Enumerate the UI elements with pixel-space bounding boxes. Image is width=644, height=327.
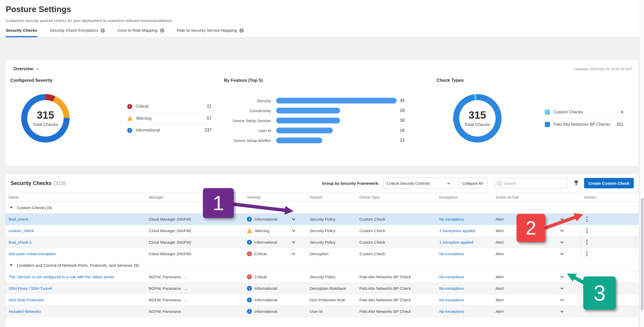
informational-icon: ! bbox=[247, 297, 252, 302]
check-name-link[interactable]: Included Networks bbox=[9, 309, 41, 314]
configured-severity-title: Configured Severity bbox=[10, 78, 220, 83]
table-title: Security Checks bbox=[11, 180, 52, 186]
overview-title: Overview bbox=[13, 66, 33, 72]
create-custom-check-button[interactable]: Create Custom Check bbox=[584, 178, 634, 188]
action-dropdown-chevron[interactable] bbox=[560, 228, 564, 232]
tab-role-to-security-service-mapping[interactable]: Role to Security Service Mappingi bbox=[177, 28, 244, 37]
collapse-all-button[interactable]: Collapse All bbox=[458, 178, 487, 189]
search-input[interactable] bbox=[504, 181, 556, 186]
column-header-severity[interactable]: Severity bbox=[244, 193, 307, 202]
row-actions-kebab-icon[interactable] bbox=[586, 217, 587, 222]
table-row: test-yaxin-create-exceptionCloud Manager… bbox=[5, 248, 639, 260]
informational-icon: ! bbox=[247, 286, 252, 291]
action-on-fail-cell: Alert bbox=[492, 271, 581, 282]
check-name-link[interactable]: test-yaxin-create-exception bbox=[9, 252, 56, 256]
filter-icon[interactable] bbox=[573, 180, 579, 186]
row-actions-kebab-icon[interactable] bbox=[586, 240, 587, 245]
action-dropdown-chevron[interactable] bbox=[560, 298, 564, 301]
row-actions-kebab-icon[interactable] bbox=[586, 228, 587, 233]
bar-value-label: 13 bbox=[400, 138, 404, 143]
collapse-group-icon[interactable] bbox=[10, 207, 13, 209]
check-name-link[interactable]: custom_check bbox=[9, 228, 34, 233]
manager-text: Cloud Manager (NGFW) bbox=[149, 240, 191, 244]
bar bbox=[276, 98, 397, 103]
column-header-name[interactable]: Name bbox=[5, 193, 146, 202]
action-dropdown-chevron[interactable] bbox=[560, 286, 564, 290]
action-dropdown-chevron[interactable] bbox=[560, 309, 564, 313]
exceptions-cell: 1 exception applied bbox=[436, 237, 492, 248]
posture-settings-page: Posture Settings Customize security post… bbox=[0, 0, 644, 327]
check-name-link[interactable]: final_check-1 bbox=[9, 240, 32, 244]
feature-cell: Security Policy bbox=[307, 225, 356, 236]
check-name-link[interactable]: SSH Proxy / SSH Tunnel bbox=[9, 286, 52, 291]
name-cell: SSH Proxy / SSH Tunnel bbox=[5, 283, 146, 294]
severity-dropdown-chevron[interactable] bbox=[292, 252, 295, 255]
column-header-check-type[interactable]: Check Type bbox=[356, 193, 436, 202]
collapse-group-icon[interactable] bbox=[10, 264, 13, 266]
actions-cell bbox=[581, 214, 636, 225]
name-cell: test-yaxin-create-exception bbox=[5, 248, 146, 259]
tab-security-checks[interactable]: Security Checks bbox=[6, 28, 37, 37]
group-header-row[interactable]: Limitation and Control of Network Ports,… bbox=[5, 260, 639, 271]
exceptions-link[interactable]: 1 exception applied bbox=[439, 240, 473, 244]
scrollbar-thumb[interactable] bbox=[641, 198, 643, 310]
action-on-fail-value: Alert bbox=[496, 275, 504, 279]
overview-header: Overview Updated: 2023-Oct-25 15:25:32 P… bbox=[5, 59, 639, 72]
group-header-row[interactable]: Custom Checks(4) bbox=[5, 202, 639, 214]
action-on-fail-cell: Alert bbox=[492, 306, 581, 317]
action-dropdown-chevron[interactable] bbox=[560, 275, 564, 278]
exceptions-link[interactable]: No exceptions bbox=[439, 309, 464, 314]
manager-ellipsis: ... bbox=[185, 275, 188, 279]
collapse-overview-icon[interactable] bbox=[36, 68, 39, 71]
name-cell: custom_check bbox=[5, 225, 146, 236]
check-name-link[interactable]: The 'Service' is not configured in a rul… bbox=[9, 275, 114, 279]
legend-value: 57 bbox=[207, 116, 212, 121]
search-box[interactable] bbox=[494, 178, 567, 188]
exceptions-link[interactable]: No exceptions bbox=[439, 252, 464, 256]
info-icon: i bbox=[160, 28, 164, 33]
check-types-donut-chart: 315 Total Checks bbox=[453, 94, 502, 143]
severity-dropdown-chevron[interactable] bbox=[292, 217, 295, 220]
exceptions-link[interactable]: No exceptions bbox=[439, 217, 464, 221]
action-dropdown-chevron[interactable] bbox=[560, 240, 564, 243]
manager-cell: Cloud Manager (NGFW) bbox=[146, 225, 244, 236]
action-on-fail-cell: Alert bbox=[492, 294, 581, 306]
exceptions-link[interactable]: No exceptions bbox=[439, 298, 464, 302]
tab-bar: Security ChecksSecurity Check Exceptions… bbox=[0, 23, 644, 37]
group-by-select[interactable]: Critical Security Controls bbox=[383, 178, 454, 189]
severity-dropdown-chevron[interactable] bbox=[292, 228, 295, 232]
table-row: SSH Proxy / SSH TunnelNGFW, Panorama...!… bbox=[5, 283, 639, 294]
row-actions-kebab-icon[interactable] bbox=[586, 251, 587, 256]
page-scrollbar[interactable] bbox=[640, 0, 644, 327]
bar-category-label: Device Setup Session bbox=[224, 118, 271, 123]
overview-card: Overview Updated: 2023-Oct-25 15:25:32 P… bbox=[5, 59, 639, 166]
group-by-selected-value: Critical Security Controls bbox=[387, 181, 430, 186]
exceptions-link[interactable]: No exceptions bbox=[439, 286, 464, 291]
configured-severity-panel: Configured Severity 315 Total Checks !Cr… bbox=[5, 78, 220, 143]
check-type-cell: Palo Alto Networks BP Check bbox=[356, 294, 436, 306]
tab-zone-to-role-mapping[interactable]: Zone to Role Mappingi bbox=[118, 28, 164, 37]
check-name-link[interactable]: DoS Rule Protection bbox=[9, 298, 44, 302]
severity-dropdown-chevron[interactable] bbox=[292, 240, 295, 243]
check-type-cell: Custom Check bbox=[356, 214, 436, 225]
action-dropdown-chevron[interactable] bbox=[560, 252, 564, 255]
manager-ellipsis: ... bbox=[185, 298, 188, 302]
column-header-exceptions[interactable]: Exceptions bbox=[436, 193, 492, 202]
column-header-feature[interactable]: Feature bbox=[307, 193, 356, 202]
exceptions-link[interactable]: No exceptions bbox=[439, 275, 464, 279]
action-dropdown-chevron[interactable] bbox=[560, 217, 564, 220]
by-feature-panel: By Feature (Top 5) Security34Connectivit… bbox=[220, 78, 432, 143]
column-header-actions[interactable]: Actions bbox=[581, 193, 636, 202]
bar-track bbox=[276, 108, 397, 113]
page-title: Posture Settings bbox=[0, 0, 644, 14]
severity-total-value: 315 bbox=[37, 109, 54, 121]
action-on-fail-value: Alert bbox=[496, 309, 504, 314]
exceptions-link[interactable]: 2 exceptions applied bbox=[439, 228, 475, 233]
column-header-action-on-fail[interactable]: Action on Fail bbox=[492, 193, 581, 202]
severity-label: Informational bbox=[254, 286, 277, 291]
page-subtitle: Customize security posture checks for yo… bbox=[0, 14, 644, 23]
legend-value: 4 bbox=[621, 110, 623, 115]
severity-label: Informational bbox=[254, 298, 277, 302]
tab-security-check-exceptions[interactable]: Security Check Exceptionsi bbox=[50, 28, 105, 37]
check-name-link[interactable]: final_check bbox=[9, 217, 28, 221]
